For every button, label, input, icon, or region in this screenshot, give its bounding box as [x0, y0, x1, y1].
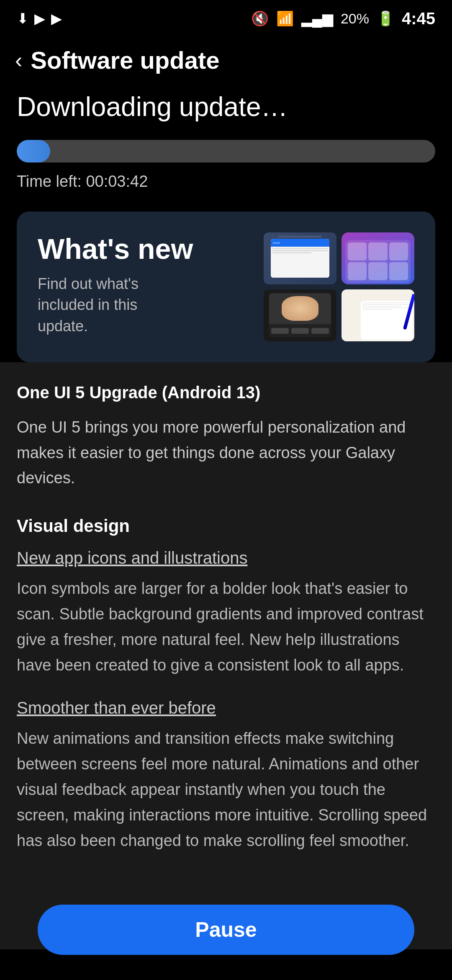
youtube-icon: ▶	[34, 10, 45, 27]
whats-new-subtitle: Find out what's included in this update.	[38, 273, 172, 337]
release-notes-section: One UI 5 Upgrade (Android 13) One UI 5 b…	[0, 362, 452, 950]
feature-link-2[interactable]: Smoother than ever before	[17, 699, 435, 717]
upgrade-title: One UI 5 Upgrade (Android 13)	[17, 383, 435, 402]
device-thumb-2	[342, 232, 414, 284]
header: ‹ Software update	[0, 34, 452, 83]
battery-icon: 🔋	[377, 10, 394, 27]
page-title: Software update	[31, 46, 219, 74]
feature-desc-1: Icon symbols are larger for a bolder loo…	[17, 576, 435, 678]
status-time: 4:45	[402, 9, 435, 28]
status-bar: ⬇ ▶ ▶ 🔇 📶 ▂▄▆ 20% 🔋 4:45	[0, 0, 452, 34]
whats-new-text-block: What's new Find out what's included in t…	[38, 232, 264, 337]
signal-icon: ▂▄▆	[301, 10, 333, 27]
youtube-icon2: ▶	[51, 10, 62, 27]
feature-link-1[interactable]: New app icons and illustrations	[17, 549, 435, 567]
feature-desc-2: New animations and transition effects ma…	[17, 726, 435, 853]
download-icon: ⬇	[17, 10, 28, 27]
pause-button[interactable]: Pause	[38, 905, 414, 955]
device-thumb-1: OneUI	[264, 232, 336, 284]
whats-new-card: What's new Find out what's included in t…	[17, 211, 435, 362]
progress-bar-track	[17, 140, 435, 162]
visual-design-section-title: Visual design	[17, 516, 435, 536]
downloading-title: Downloading update…	[17, 91, 435, 123]
back-button[interactable]: ‹	[15, 48, 22, 73]
whats-new-images: OneUI	[264, 232, 414, 341]
device-thumb-4	[342, 289, 414, 341]
pause-button-container: Pause	[38, 905, 414, 955]
upgrade-desc: One UI 5 brings you more powerful person…	[17, 415, 435, 491]
status-bar-right: 🔇 📶 ▂▄▆ 20% 🔋 4:45	[251, 9, 435, 28]
battery-text: 20%	[341, 10, 369, 27]
time-left-text: Time left: 00:03:42	[17, 173, 435, 191]
progress-bar-fill	[17, 140, 50, 162]
wifi-icon: 📶	[276, 10, 294, 27]
main-content: Downloading update… Time left: 00:03:42 …	[0, 83, 452, 362]
status-bar-left: ⬇ ▶ ▶	[17, 10, 62, 27]
whats-new-title: What's new	[38, 232, 264, 265]
device-thumb-3	[264, 289, 336, 341]
mute-icon: 🔇	[251, 10, 269, 27]
